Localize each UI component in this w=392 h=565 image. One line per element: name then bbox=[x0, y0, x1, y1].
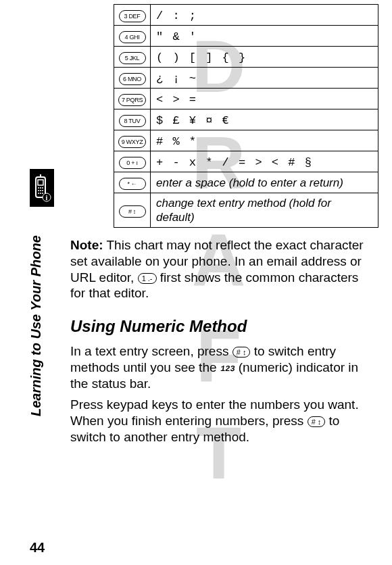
paragraph-2: Press keypad keys to enter the numbers y… bbox=[70, 397, 376, 445]
table-row: 7 PQRS < > = bbox=[114, 89, 378, 109]
key-6: 6 MNO bbox=[119, 73, 146, 85]
numeric-indicator: 123 bbox=[220, 364, 236, 374]
chars-5: ( ) [ ] { } bbox=[156, 51, 247, 64]
key-8: 8 TUV bbox=[119, 115, 146, 127]
note-star: enter a space (hold to enter a return) bbox=[156, 176, 343, 189]
table-row: 6 MNO ¿ ¡ ~ bbox=[114, 68, 378, 89]
key-1-inline: 1 .- bbox=[138, 273, 157, 284]
table-row: 3 DEF / : ; bbox=[114, 5, 378, 26]
key-0: 0 + ı bbox=[119, 157, 146, 169]
table-row: * ← enter a space (hold to enter a retur… bbox=[114, 172, 378, 193]
chars-7: < > = bbox=[156, 93, 197, 106]
key-3: 3 DEF bbox=[119, 10, 146, 22]
chars-0: + - x * / = > < # § bbox=[156, 156, 313, 169]
note-label: Note: bbox=[70, 238, 103, 252]
note-paragraph: Note: This chart may not reflect the exa… bbox=[70, 237, 376, 301]
chars-4: " & ' bbox=[156, 30, 197, 43]
table-row: 8 TUV $ £ ¥ ¤ € bbox=[114, 109, 378, 130]
key-star: * ← bbox=[119, 178, 146, 190]
key-5: 5 JKL bbox=[119, 52, 146, 64]
key-7: 7 PQRS bbox=[118, 94, 146, 106]
paragraph-1: In a text entry screen, press # ↕ to swi… bbox=[70, 343, 376, 391]
table-row: 9 WXYZ # % * bbox=[114, 130, 378, 151]
key-9: 9 WXYZ bbox=[118, 136, 147, 148]
key-hash: # ↕ bbox=[119, 205, 146, 218]
chars-6: ¿ ¡ ~ bbox=[156, 72, 197, 85]
key-hash-inline-1: # ↕ bbox=[232, 347, 251, 358]
chars-3: / : ; bbox=[156, 9, 197, 22]
char-table: 3 DEF / : ; 4 GHI " & ' 5 JKL ( ) [ ] { … bbox=[114, 4, 378, 228]
note-hash: change text entry method (hold for defau… bbox=[156, 197, 331, 224]
table-row: # ↕ change text entry method (hold for d… bbox=[114, 193, 378, 228]
table-row: 4 GHI " & ' bbox=[114, 26, 378, 47]
table-row: 0 + ı + - x * / = > < # § bbox=[114, 151, 378, 172]
chars-9: # % * bbox=[156, 135, 197, 148]
page-number: 44 bbox=[30, 540, 45, 556]
key-hash-inline-2: # ↕ bbox=[308, 416, 326, 427]
chars-8: $ £ ¥ ¤ € bbox=[156, 114, 230, 127]
p1-a: In a text entry screen, press bbox=[70, 344, 232, 358]
section-heading: Using Numeric Method bbox=[70, 316, 376, 337]
table-row: 5 JKL ( ) [ ] { } bbox=[114, 47, 378, 68]
key-4: 4 GHI bbox=[119, 31, 146, 43]
